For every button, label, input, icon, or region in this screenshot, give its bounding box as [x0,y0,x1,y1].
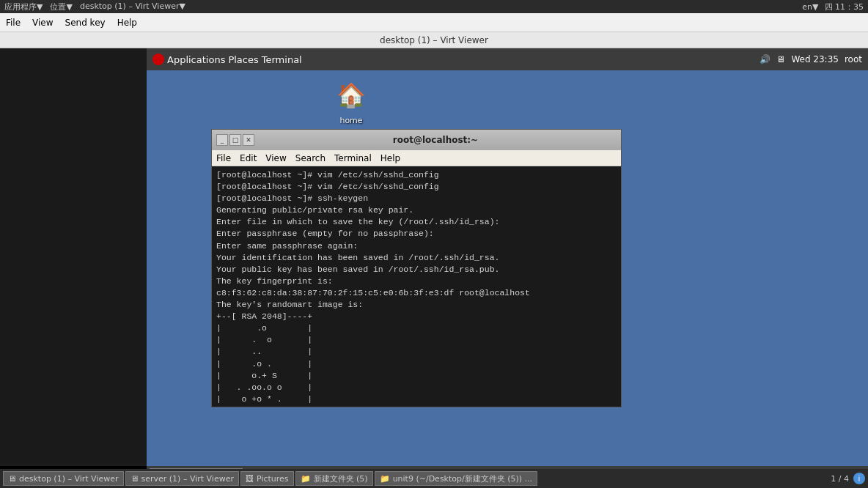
host-taskbar-label-2: server (1) – Virt Viewer [141,474,234,484]
host-topbar-left: 应用程序▼ 位置▼ desktop (1) – Virt Viewer▼ [4,1,185,12]
applications-menu[interactable]: Applications [167,54,225,65]
host-topbar-right: en▼ 四 11：35 [802,1,864,12]
guest-desktop: Applications Places Terminal 🔊 🖥 Wed 23:… [147,48,868,488]
home-icon-label: home [339,116,362,125]
host-window-menu[interactable]: desktop (1) – Virt Viewer▼ [80,1,185,12]
virt-menubar: File View Send key Help [0,13,868,32]
host-taskbar-item-2[interactable]: 🖥 server (1) – Virt Viewer [125,471,239,486]
host-taskbar-label-4: 新建文件夹 (5) [314,473,368,484]
menu-sendkey[interactable]: Send key [65,18,106,28]
host-taskbar-icon-1: 🖥 [8,474,16,484]
term-menu-file[interactable]: File [216,153,231,163]
home-icon: 🏠 [334,78,369,113]
terminal-controls: _ □ ✕ [216,134,254,146]
terminal-minimize-btn[interactable]: _ [216,134,228,146]
guest-panel: Applications Places Terminal 🔊 🖥 Wed 23:… [147,48,868,70]
terminal-menu[interactable]: Terminal [262,54,302,65]
terminal-window: _ □ ✕ root@localhost:~ File Edit View Se… [211,129,622,407]
menu-help[interactable]: Help [117,18,137,28]
term-menu-search[interactable]: Search [295,153,326,163]
host-topbar: 应用程序▼ 位置▼ desktop (1) – Virt Viewer▼ en▼… [0,0,868,13]
terminal-menubar: File Edit View Search Terminal Help [212,150,621,166]
desktop-icon-home[interactable]: 🏠 home [326,78,377,125]
host-page-indicator: 1 / 4 [831,474,849,484]
host-taskbar-icon-5: 📁 [380,474,390,484]
virt-titlebar: desktop (1) – Virt Viewer [0,32,868,48]
terminal-body[interactable]: [root@localhost ~]# vim /etc/ssh/sshd_co… [212,166,621,407]
host-taskbar-label-1: desktop (1) – Virt Viewer [19,474,119,484]
host-taskbar-label-5: unit9 (~/Desktop/新建文件夹 (5)) ... [393,473,532,484]
guest-panel-right: 🔊 🖥 Wed 23:35 root [760,54,862,64]
terminal-title: root@localhost:~ [254,135,617,145]
left-sidebar [0,48,147,466]
volume-icon[interactable]: 🔊 [760,54,770,64]
host-time: 四 11：35 [825,1,864,12]
menu-file[interactable]: File [6,18,21,28]
host-lang[interactable]: en▼ [802,2,818,12]
datetime-display: Wed 23:35 [791,54,839,64]
term-menu-terminal[interactable]: Terminal [334,153,372,163]
menu-view[interactable]: View [32,18,53,28]
terminal-maximize-btn[interactable]: □ [229,134,241,146]
term-menu-edit[interactable]: Edit [240,153,257,163]
host-places-menu[interactable]: 位置▼ [50,1,72,12]
virt-title-text: desktop (1) – Virt Viewer [380,35,488,45]
network-icon: 🖥 [776,54,785,64]
host-app-menu[interactable]: 应用程序▼ [4,1,43,12]
host-taskbar-item-1[interactable]: 🖥 desktop (1) – Virt Viewer [3,471,124,486]
places-menu[interactable]: Places [228,54,258,65]
redhat-icon [152,53,164,65]
terminal-titlebar: _ □ ✕ root@localhost:~ [212,130,621,150]
host-info-icon[interactable]: i [853,473,865,484]
host-taskbar-icon-2: 🖥 [130,474,139,484]
guest-panel-left: Applications Places Terminal [152,53,302,65]
user-display: root [845,54,862,64]
host-taskbar-icon-4: 📁 [301,474,311,484]
host-taskbar-item-3[interactable]: 🖼 Pictures [240,471,294,486]
terminal-close-btn[interactable]: ✕ [243,134,254,146]
term-menu-view[interactable]: View [265,153,286,163]
host-taskbar-right: 1 / 4 i [831,473,865,484]
host-taskbar-item-5[interactable]: 📁 unit9 (~/Desktop/新建文件夹 (5)) ... [375,471,537,486]
host-taskbar-label-3: Pictures [257,474,289,484]
host-taskbar-item-4[interactable]: 📁 新建文件夹 (5) [295,471,373,486]
host-taskbar-icon-3: 🖼 [246,474,254,484]
term-menu-help[interactable]: Help [380,153,400,163]
host-taskbar: 🖥 desktop (1) – Virt Viewer 🖥 server (1)… [0,469,868,488]
